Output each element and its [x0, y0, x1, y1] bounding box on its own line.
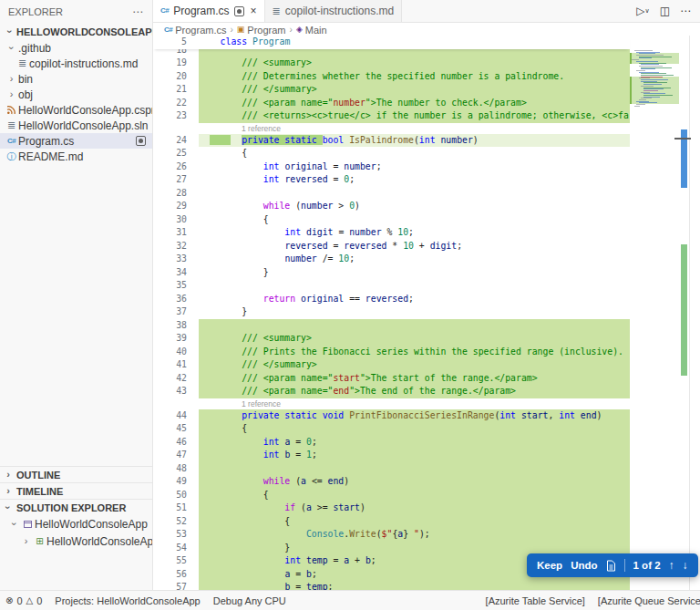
code-text: { [199, 515, 630, 529]
build-config-status[interactable]: Debug Any CPU [213, 595, 286, 606]
editor-actions: ▷∨ ◫ ⋯ [636, 0, 700, 22]
divider [624, 559, 625, 572]
code-text: { [199, 422, 630, 436]
file-label: Program.cs [18, 135, 74, 148]
code-line-47: 47 int b = 1; [153, 449, 630, 462]
code-editor[interactable]: 5 class Program 1819 /// <summary>20 ///… [153, 36, 700, 590]
split-editor-icon[interactable]: ◫ [660, 5, 670, 16]
open-file-icon[interactable] [606, 560, 616, 572]
solution-row-0[interactable]: ›HelloWorldConsoleApp [0, 515, 152, 532]
solution-label: HelloWorldConsoleApp [46, 535, 153, 548]
next-edit-arrow-icon[interactable]: ↓ [683, 559, 688, 572]
code-line-29: 29 while (number > 0) [153, 200, 630, 213]
tab-program-cs[interactable]: C# Program.cs × [153, 0, 265, 22]
file-row-program-cs[interactable]: C#Program.cs [0, 133, 152, 149]
explorer-more-actions-icon[interactable]: ⋯ [132, 5, 143, 18]
code-token: while [199, 476, 290, 486]
code-text: reversed = reversed * 10 + digit; [199, 240, 630, 253]
keep-button[interactable]: Keep [537, 560, 562, 571]
solution-label: HelloWorldConsoleApp [35, 518, 148, 531]
breadcrumb-method[interactable]: ◈ Main [296, 25, 327, 36]
vscode-window: EXPLORER ⋯ › HELLOWORLDCONSOLEAPP ›.gith… [0, 0, 700, 610]
code-token: 10 [338, 253, 349, 264]
line-number: 51 [153, 501, 199, 515]
line-number: 34 [153, 266, 199, 280]
line-number: 30 [153, 213, 199, 227]
code-line-20: 20 /// Determines whether the specified … [153, 70, 630, 84]
codelens-reference[interactable]: 1 reference [153, 123, 700, 134]
code-line-50: 50 { [153, 489, 630, 502]
code-text: private static void PrintFibonacciSeries… [199, 409, 630, 423]
file-label: HelloWorldConsoleApp.sln [18, 119, 149, 132]
file-row-readme-md[interactable]: ⓘREADME.md [0, 149, 152, 164]
overview-ruler[interactable] [679, 36, 689, 590]
code-token: private static void [199, 410, 349, 420]
minimap[interactable] [630, 36, 679, 590]
code-text: /// </summary> [199, 358, 630, 372]
file-row-bin[interactable]: ›bin [0, 71, 152, 87]
line-number: 43 [153, 385, 199, 398]
run-button[interactable]: ▷∨ [636, 5, 649, 16]
code-token: start [521, 410, 549, 420]
code-token: /= [317, 253, 339, 264]
code-text: } [199, 542, 630, 555]
undo-button[interactable]: Undo [571, 560, 597, 571]
code-token: number [344, 161, 376, 171]
line-number: 48 [153, 462, 199, 476]
file-row-helloworldconsoleapp-sln[interactable]: ≣HelloWorldConsoleApp.sln [0, 118, 152, 133]
code-token: = [290, 582, 306, 590]
breadcrumb-class[interactable]: ▣ Program [237, 25, 286, 36]
code-token: /// <summary> [199, 333, 312, 343]
section-timeline[interactable]: ›TIMELINE [0, 482, 152, 499]
file-row--github[interactable]: ›.github [0, 40, 152, 56]
code-line-32: 32 reversed = reversed * 10 + digit; [153, 240, 630, 253]
file-row-copilot-instructions-md[interactable]: ≣copilot-instructions.md [0, 56, 152, 71]
section-outline[interactable]: ›OUTLINE [0, 466, 152, 482]
line-number: 19 [153, 57, 199, 70]
code-line-54: 54 } [153, 542, 630, 555]
code-line-39: 39 /// <summary> [153, 332, 630, 346]
close-tab-icon[interactable]: × [251, 5, 257, 17]
code-token: /// </summary> [199, 84, 317, 94]
run-dropdown-icon[interactable]: ∨ [645, 7, 650, 14]
code-token: + [349, 555, 365, 565]
code-token: reversed [284, 174, 327, 184]
line-number: 46 [153, 436, 199, 450]
code-token: number [333, 98, 365, 108]
code-text: private static bool IsPalindrome(int num… [199, 134, 630, 148]
sticky-scroll-line[interactable]: 5 class Program [153, 36, 630, 49]
breadcrumb-file[interactable]: C# Program.cs [164, 25, 226, 36]
previous-edit-arrow-icon[interactable]: ↑ [669, 559, 674, 572]
code-token: /// <param name=" [199, 386, 333, 396]
code-line-22: 22 /// <param name="number">The number t… [153, 97, 630, 110]
code-line-52: 52 { [153, 515, 630, 529]
code-line-43: 43 /// <param name="end">The end of the … [153, 385, 630, 398]
code-text: b = temp; [199, 581, 630, 590]
azurite-queue-service-status[interactable]: [Azurite Queue Service] [598, 595, 700, 606]
tab-copilot-instructions[interactable]: ≣ copilot-instructions.md [265, 0, 403, 22]
code-token: Write [349, 529, 376, 539]
workspace-root-row[interactable]: › HELLOWORLDCONSOLEAPP [0, 23, 152, 40]
code-token [199, 529, 306, 539]
section-solution-explorer[interactable]: ›SOLUTION EXPLORER [0, 499, 152, 515]
file-label: .github [18, 42, 51, 55]
code-token: temp [306, 555, 328, 565]
code-token: = [333, 227, 349, 237]
code-line-42: 42 /// <param name="start">The start of … [153, 372, 630, 386]
file-row-helloworldconsoleapp-csproj[interactable]: HelloWorldConsoleApp.csproj [0, 102, 152, 118]
status-bar-right: [Azurite Table Service] [Azurite Queue S… [486, 595, 700, 606]
code-text: number /= 10; [199, 253, 630, 266]
projects-status[interactable]: Projects: HelloWorldConsoleApp [55, 595, 200, 606]
problems-status[interactable]: ⊗ 0 △ 0 [5, 595, 42, 606]
codelens-reference[interactable]: 1 reference [153, 398, 700, 409]
code-token: reversed [344, 241, 386, 251]
solution-row-1[interactable]: ›⊞HelloWorldConsoleApp [0, 532, 152, 550]
line-number: 28 [153, 187, 199, 201]
file-row-obj[interactable]: ›obj [0, 87, 152, 102]
scrollbar-track[interactable] [689, 36, 700, 590]
azurite-table-service-status[interactable]: [Azurite Table Service] [486, 595, 585, 606]
line-number: 53 [153, 528, 199, 542]
more-actions-icon[interactable]: ⋯ [680, 5, 691, 16]
code-token: number [284, 253, 316, 264]
code-token: int [199, 437, 279, 447]
